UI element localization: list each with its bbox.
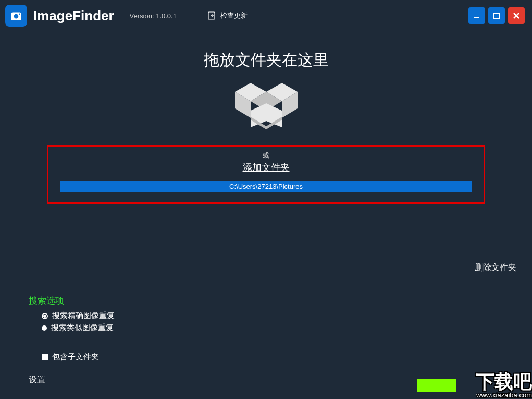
watermark-url: www.xiazaiba.com	[476, 391, 532, 399]
checkbox-subfolders-label: 包含子文件夹	[52, 352, 99, 362]
search-options-group: 搜索精确图像重复 搜索类似图像重复	[42, 311, 115, 335]
radio-exact-duplicates[interactable]: 搜索精确图像重复	[42, 311, 115, 321]
radio-icon	[42, 313, 48, 319]
checkbox-include-subfolders[interactable]: 包含子文件夹	[42, 352, 99, 362]
minimize-icon	[473, 12, 480, 19]
checkbox-include-subfolders-row: 包含子文件夹	[42, 352, 99, 364]
or-text: 或	[54, 151, 478, 160]
maximize-icon	[493, 12, 500, 19]
check-update-label: 检查更新	[220, 11, 248, 20]
delete-folder-link[interactable]: 删除文件夹	[475, 262, 516, 273]
minimize-button[interactable]	[468, 7, 485, 24]
maximize-button[interactable]	[488, 7, 505, 24]
close-icon	[513, 12, 520, 19]
selected-folder-path[interactable]: C:\Users\27213\Pictures	[60, 181, 472, 192]
watermark-text: 下载吧	[476, 372, 532, 391]
camera-icon	[9, 9, 23, 22]
drop-zone-icon-container[interactable]	[0, 80, 532, 140]
check-update-button[interactable]: 检查更新	[208, 11, 248, 20]
scan-button[interactable]	[417, 379, 456, 392]
svg-point-2	[19, 13, 20, 15]
titlebar: ImageFinder Version: 1.0.0.1 检查更新	[0, 0, 532, 31]
radio-icon	[42, 325, 47, 331]
dropbox-icon	[235, 80, 298, 138]
settings-link[interactable]: 设置	[29, 374, 45, 385]
version-label: Version: 1.0.0.1	[130, 12, 177, 20]
svg-point-1	[14, 14, 19, 19]
add-folder-link[interactable]: 添加文件夹	[243, 161, 290, 174]
update-icon	[208, 11, 217, 20]
svg-rect-5	[494, 13, 499, 18]
watermark: 下载吧 www.xiazaiba.com	[476, 372, 532, 399]
drop-zone-title: 拖放文件夹在这里	[0, 50, 532, 71]
radio-similar-label: 搜索类似图像重复	[51, 323, 114, 333]
search-options-title: 搜索选项	[29, 295, 64, 307]
window-controls	[468, 7, 527, 24]
app-logo	[5, 5, 27, 27]
highlighted-area: 或 添加文件夹 C:\Users\27213\Pictures	[47, 145, 485, 204]
radio-similar-duplicates[interactable]: 搜索类似图像重复	[42, 323, 115, 333]
radio-exact-label: 搜索精确图像重复	[52, 311, 115, 321]
app-title: ImageFinder	[33, 8, 114, 24]
checkbox-icon	[42, 354, 48, 360]
close-button[interactable]	[508, 7, 525, 24]
